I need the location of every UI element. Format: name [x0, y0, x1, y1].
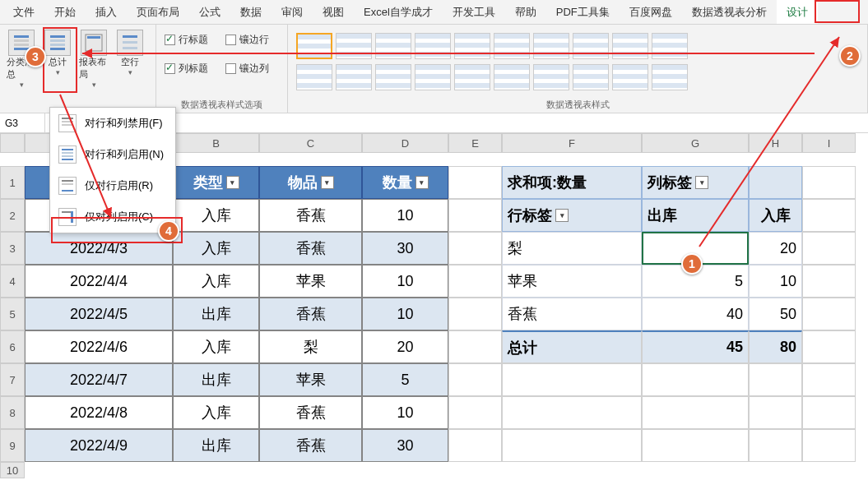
cell[interactable]: 20 [362, 330, 448, 363]
blank-rows-button[interactable]: 空行 ▾ [114, 28, 146, 78]
row-header-1[interactable]: 1 [0, 166, 25, 199]
cell[interactable] [502, 363, 642, 396]
style-thumb[interactable] [494, 33, 530, 59]
cell[interactable] [448, 265, 502, 298]
style-thumb[interactable] [494, 64, 530, 90]
cell[interactable]: 10 [362, 199, 448, 232]
style-thumb[interactable] [336, 64, 372, 90]
cell[interactable]: 2022/4/6 [25, 330, 173, 363]
tab-view[interactable]: 视图 [313, 0, 354, 24]
style-thumb[interactable] [296, 33, 332, 59]
style-thumb[interactable] [612, 64, 648, 90]
cell[interactable]: 香蕉 [259, 199, 362, 232]
filter-icon[interactable]: ▾ [695, 176, 708, 189]
cell[interactable]: 5 [362, 363, 448, 396]
tab-baidu-netdisk[interactable]: 百度网盘 [620, 0, 682, 24]
cell[interactable] [802, 429, 856, 462]
cell[interactable]: 梨 [259, 330, 362, 363]
report-layout-button[interactable]: 报表布局 ▾ [77, 28, 110, 90]
row-header-5[interactable]: 5 [0, 298, 25, 330]
cell[interactable]: 香蕉 [259, 232, 362, 265]
cell[interactable]: 类型▾ [173, 166, 259, 199]
style-thumb[interactable] [652, 64, 688, 90]
cell[interactable] [502, 429, 642, 462]
name-box[interactable]: G3 [0, 113, 45, 132]
cell[interactable]: 10 [362, 396, 448, 429]
cell[interactable]: 出库 [642, 199, 749, 232]
cell[interactable]: 入库 [173, 232, 259, 265]
style-thumb[interactable] [533, 33, 569, 59]
cell[interactable]: 香蕉 [259, 429, 362, 462]
tab-file[interactable]: 文件 [3, 0, 44, 24]
cell[interactable]: 2022/4/5 [25, 298, 173, 330]
filter-icon[interactable]: ▾ [415, 176, 429, 189]
cell[interactable] [448, 330, 502, 363]
row-header-9[interactable]: 9 [0, 429, 25, 462]
cell[interactable]: 30 [362, 429, 448, 462]
row-header-8[interactable]: 8 [0, 396, 25, 429]
style-thumb[interactable] [415, 64, 451, 90]
cell[interactable]: 香蕉 [502, 298, 642, 330]
cell[interactable] [642, 363, 749, 396]
row-header-2[interactable]: 2 [0, 199, 25, 232]
filter-icon[interactable]: ▾ [226, 176, 239, 189]
cell[interactable]: 梨 [502, 232, 642, 265]
col-header-H[interactable]: H [749, 133, 802, 153]
tab-excel-self-learn[interactable]: Excel自学成才 [354, 0, 443, 24]
style-thumb[interactable] [375, 64, 411, 90]
cell[interactable]: 出库 [173, 363, 259, 396]
dd-on-cols-only[interactable]: 仅对列启用(C) [50, 201, 175, 233]
style-thumb[interactable] [375, 33, 411, 59]
style-thumb[interactable] [454, 33, 490, 59]
tab-data[interactable]: 数据 [230, 0, 272, 24]
tab-insert[interactable]: 插入 [86, 0, 127, 24]
cell[interactable] [802, 166, 856, 199]
cell[interactable] [448, 298, 502, 330]
cell[interactable]: 入库 [173, 396, 259, 429]
cell[interactable]: 入库 [173, 265, 259, 298]
cell[interactable]: 苹果 [259, 363, 362, 396]
cell[interactable] [749, 429, 802, 462]
cell[interactable]: 出库 [173, 298, 259, 330]
cell[interactable]: 20 [749, 232, 802, 265]
col-header-B[interactable]: B [173, 133, 259, 153]
style-thumb[interactable] [336, 33, 372, 59]
style-thumb[interactable] [296, 64, 332, 90]
cell[interactable] [802, 265, 856, 298]
cell[interactable]: 80 [749, 330, 802, 363]
tab-developer[interactable]: 开发工具 [443, 0, 505, 24]
tab-formulas[interactable]: 公式 [189, 0, 230, 24]
tab-pdf-toolkit[interactable]: PDF工具集 [546, 0, 620, 24]
cell[interactable] [802, 298, 856, 330]
tab-review[interactable]: 审阅 [272, 0, 313, 24]
pivot-styles-gallery[interactable] [293, 28, 696, 92]
col-header-I[interactable]: I [802, 133, 856, 153]
cell[interactable]: 总计 [502, 330, 642, 363]
cell[interactable] [502, 396, 642, 429]
cell[interactable] [802, 396, 856, 429]
style-thumb[interactable] [415, 33, 451, 59]
col-header-C[interactable]: C [259, 133, 362, 153]
cell[interactable] [448, 429, 502, 462]
cell[interactable] [749, 166, 802, 199]
cell[interactable]: 30 [362, 232, 448, 265]
cell[interactable] [802, 199, 856, 232]
cell[interactable]: 苹果 [259, 265, 362, 298]
cell[interactable]: 入库 [173, 330, 259, 363]
banded-cols-checkbox[interactable]: 镶边列 [225, 62, 269, 76]
cell[interactable]: 数量▾ [362, 166, 448, 199]
select-all-corner[interactable] [0, 133, 25, 153]
style-thumb[interactable] [573, 33, 609, 59]
cell[interactable] [448, 396, 502, 429]
cell[interactable] [802, 363, 856, 396]
cell[interactable] [642, 429, 749, 462]
filter-icon[interactable]: ▾ [555, 209, 569, 222]
style-thumb[interactable] [573, 64, 609, 90]
cell[interactable]: 2022/4/7 [25, 363, 173, 396]
cell[interactable] [802, 330, 856, 363]
cell[interactable] [448, 199, 502, 232]
cell[interactable] [448, 363, 502, 396]
cell[interactable]: 50 [749, 298, 802, 330]
cell[interactable]: 40 [642, 298, 749, 330]
row-header-4[interactable]: 4 [0, 265, 25, 298]
